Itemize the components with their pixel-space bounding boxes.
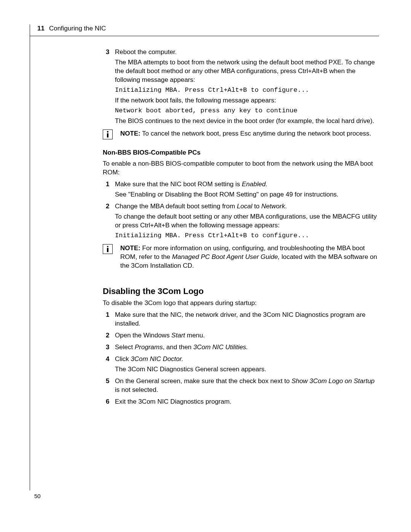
left-rule [30, 24, 30, 490]
note-body: To cancel the network boot, press Esc an… [140, 130, 371, 137]
body-text: See "Enabling or Disabling the Boot ROM … [103, 190, 379, 199]
page-number: 50 [34, 492, 41, 500]
code-line: Network boot aborted, press any key to c… [103, 107, 379, 115]
chapter-title: Configuring the NIC [49, 24, 106, 33]
step-1: 1 Make sure that the NIC boot ROM settin… [103, 180, 379, 189]
step-number: 5 [106, 377, 109, 386]
icon-dot [107, 131, 108, 133]
step-number: 1 [106, 180, 109, 189]
subheading: Non-BBS BIOS-Compatible PCs [103, 149, 379, 157]
step-number: 4 [106, 355, 109, 364]
body-text: To disable the 3Com logo that appears du… [103, 299, 379, 308]
note-block: NOTE: For more information on using, con… [103, 244, 379, 270]
step-text: On the General screen, make sure that th… [115, 377, 374, 393]
body-text: If the network boot fails, the following… [103, 96, 379, 105]
page-content: 3 Reboot the computer. The MBA attempts … [103, 45, 379, 406]
step-3: 3 Reboot the computer. [103, 48, 379, 57]
note-label: NOTE: [120, 130, 140, 137]
note-block: NOTE: To cancel the network boot, press … [103, 129, 379, 138]
step-text: Make sure that the NIC, the network driv… [115, 311, 366, 327]
step-number: 1 [106, 311, 109, 320]
step-number: 6 [106, 398, 109, 406]
running-header: 11 Configuring the NIC [30, 24, 379, 36]
info-icon [103, 129, 113, 139]
icon-stem [107, 248, 108, 252]
step-text: Reboot the computer. [115, 48, 177, 56]
step-2: 2 Open the Windows Start menu. [103, 331, 379, 340]
icon-dot [107, 246, 108, 248]
note-text: NOTE: For more information on using, con… [120, 244, 377, 269]
step-number: 3 [106, 48, 109, 57]
step-text: Make sure that the NIC boot ROM setting … [115, 181, 268, 188]
info-icon [103, 244, 113, 254]
icon-stem [107, 133, 108, 137]
step-text: Open the Windows Start menu. [115, 332, 205, 339]
note-label: NOTE: [120, 244, 140, 252]
step-3: 3 Select Programs, and then 3Com NIC Uti… [103, 343, 379, 352]
step-4: 4 Click 3Com NIC Doctor. [103, 355, 379, 364]
step-2: 2 Change the MBA default boot setting fr… [103, 202, 379, 211]
note-text: NOTE: To cancel the network boot, press … [120, 130, 371, 137]
code-line: Initializing MBA. Press Ctrl+Alt+B to co… [103, 232, 379, 240]
body-text: The MBA attempts to boot from the networ… [103, 58, 379, 85]
step-5: 5 On the General screen, make sure that … [103, 377, 379, 395]
body-text: To enable a non-BBS BIOS-compatible comp… [103, 160, 379, 177]
step-text: Change the MBA default boot setting from… [115, 203, 287, 210]
heading: Disabling the 3Com Logo [103, 286, 379, 297]
body-text: To change the default boot setting or an… [103, 212, 379, 230]
body-text: The 3Com NIC Diagnostics General screen … [103, 365, 379, 374]
step-number: 2 [106, 331, 109, 340]
chapter-number: 11 [37, 24, 45, 33]
step-6: 6 Exit the 3Com NIC Diagnostics program. [103, 398, 379, 406]
step-number: 3 [106, 343, 109, 352]
step-text: Exit the 3Com NIC Diagnostics program. [115, 398, 231, 405]
step-1: 1 Make sure that the NIC, the network dr… [103, 311, 379, 328]
step-text: Select Programs, and then 3Com NIC Utili… [115, 343, 248, 351]
step-number: 2 [106, 202, 109, 211]
code-line: Initializing MBA. Press Ctrl+Alt+B to co… [103, 86, 379, 95]
step-text: Click 3Com NIC Doctor. [115, 355, 183, 363]
body-text: The BIOS continues to the next device in… [103, 117, 379, 126]
